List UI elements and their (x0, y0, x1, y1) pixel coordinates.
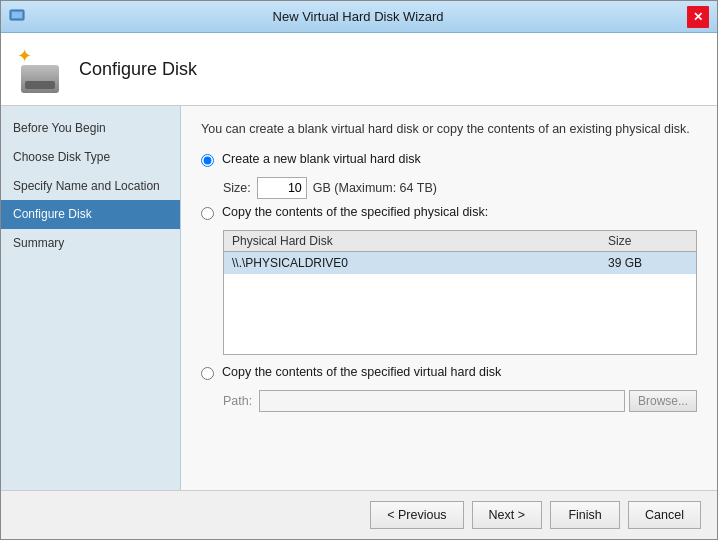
header-icon: ✦ (17, 45, 65, 93)
sidebar-item-before-you-begin[interactable]: Before You Begin (1, 114, 180, 143)
option-copy-physical-label[interactable]: Copy the contents of the specified physi… (222, 205, 488, 219)
option-copy-virtual-section: Copy the contents of the specified virtu… (201, 365, 697, 412)
path-input[interactable] (259, 390, 625, 412)
sidebar-item-specify-name-location[interactable]: Specify Name and Location (1, 172, 180, 201)
page-header: ✦ Configure Disk (1, 33, 717, 106)
path-row: Path: Browse... (223, 390, 697, 412)
size-input[interactable] (257, 177, 307, 199)
option-new-blank-radio[interactable] (201, 154, 214, 167)
svg-rect-1 (12, 12, 22, 18)
sidebar-item-configure-disk[interactable]: Configure Disk (1, 200, 180, 229)
previous-button[interactable]: < Previous (370, 501, 463, 529)
finish-button[interactable]: Finish (550, 501, 620, 529)
star-decoration-icon: ✦ (17, 45, 32, 67)
option-new-blank-label[interactable]: Create a new blank virtual hard disk (222, 152, 421, 166)
cancel-button[interactable]: Cancel (628, 501, 701, 529)
window-icon (9, 7, 29, 27)
table-row[interactable]: \\.\PHYSICALDRIVE0 39 GB (224, 252, 696, 274)
disk-shape-icon (21, 65, 59, 93)
physical-disk-table: Physical Hard Disk Size \\.\PHYSICALDRIV… (223, 230, 697, 355)
description-text: You can create a blank virtual hard disk… (201, 122, 697, 136)
main-window: New Virtual Hard Disk Wizard ✕ ✦ Configu… (0, 0, 718, 540)
option-new-blank-row: Create a new blank virtual hard disk (201, 152, 697, 167)
option-copy-physical-radio[interactable] (201, 207, 214, 220)
table-empty-space (224, 274, 696, 354)
size-row: Size: GB (Maximum: 64 TB) (223, 177, 697, 199)
content-area: Before You Begin Choose Disk Type Specif… (1, 106, 717, 490)
browse-button[interactable]: Browse... (629, 390, 697, 412)
close-button[interactable]: ✕ (687, 6, 709, 28)
col-header-size: Size (608, 234, 688, 248)
table-cell-disk-size: 39 GB (608, 256, 688, 270)
page-title: Configure Disk (79, 59, 197, 80)
window-title: New Virtual Hard Disk Wizard (29, 9, 687, 24)
option-copy-virtual-label[interactable]: Copy the contents of the specified virtu… (222, 365, 501, 379)
size-unit-label: GB (Maximum: 64 TB) (313, 181, 437, 195)
footer: < Previous Next > Finish Cancel (1, 490, 717, 539)
titlebar: New Virtual Hard Disk Wizard ✕ (1, 1, 717, 33)
size-label: Size: (223, 181, 251, 195)
option-copy-virtual-row: Copy the contents of the specified virtu… (201, 365, 697, 380)
option-copy-physical-row: Copy the contents of the specified physi… (201, 205, 697, 220)
main-content-area: You can create a blank virtual hard disk… (181, 106, 717, 490)
sidebar: Before You Begin Choose Disk Type Specif… (1, 106, 181, 490)
path-label: Path: (223, 394, 253, 408)
sidebar-item-summary[interactable]: Summary (1, 229, 180, 258)
table-cell-disk-name: \\.\PHYSICALDRIVE0 (232, 256, 608, 270)
sidebar-item-choose-disk-type[interactable]: Choose Disk Type (1, 143, 180, 172)
next-button[interactable]: Next > (472, 501, 542, 529)
col-header-disk: Physical Hard Disk (232, 234, 608, 248)
table-header: Physical Hard Disk Size (224, 231, 696, 252)
option-copy-virtual-radio[interactable] (201, 367, 214, 380)
